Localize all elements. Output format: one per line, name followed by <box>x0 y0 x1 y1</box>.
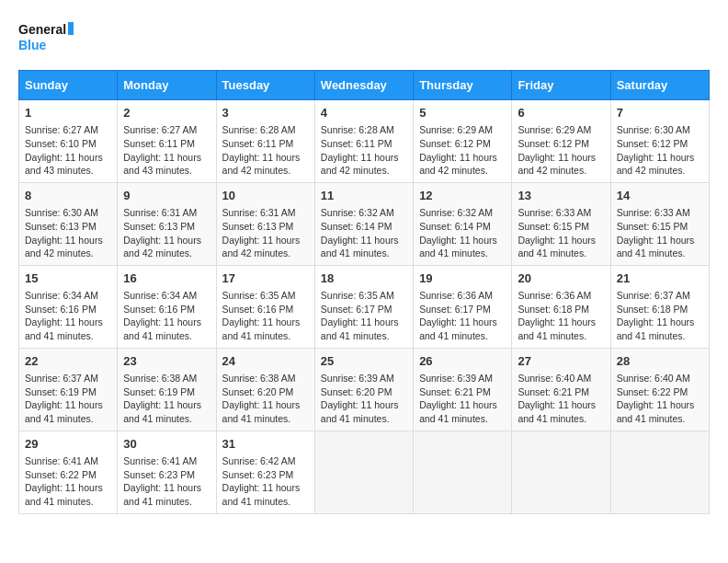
calendar-cell: 10Sunrise: 6:31 AM Sunset: 6:13 PM Dayli… <box>216 182 314 265</box>
day-info: Sunrise: 6:42 AM Sunset: 6:23 PM Dayligh… <box>222 454 309 509</box>
calendar-cell <box>414 431 512 513</box>
svg-text:Blue: Blue <box>18 38 47 52</box>
day-number: 9 <box>123 188 210 204</box>
calendar-cell: 21Sunrise: 6:37 AM Sunset: 6:18 PM Dayli… <box>610 265 709 348</box>
calendar-table: SundayMondayTuesdayWednesdayThursdayFrid… <box>18 70 710 514</box>
calendar-cell: 7Sunrise: 6:30 AM Sunset: 6:12 PM Daylig… <box>610 100 709 183</box>
calendar-cell: 25Sunrise: 6:39 AM Sunset: 6:20 PM Dayli… <box>314 348 413 431</box>
day-info: Sunrise: 6:28 AM Sunset: 6:11 PM Dayligh… <box>321 123 407 178</box>
calendar-cell <box>610 431 709 513</box>
day-number: 30 <box>123 436 210 453</box>
day-number: 21 <box>617 270 703 287</box>
day-info: Sunrise: 6:36 AM Sunset: 6:17 PM Dayligh… <box>419 289 506 343</box>
page-header: General Blue <box>18 18 710 55</box>
calendar-cell: 11Sunrise: 6:32 AM Sunset: 6:14 PM Dayli… <box>314 182 413 265</box>
calendar-cell: 29Sunrise: 6:41 AM Sunset: 6:22 PM Dayli… <box>19 431 118 513</box>
calendar-cell: 12Sunrise: 6:32 AM Sunset: 6:14 PM Dayli… <box>414 182 512 265</box>
calendar-cell: 14Sunrise: 6:33 AM Sunset: 6:15 PM Dayli… <box>610 182 709 265</box>
weekday-header-tuesday: Tuesday <box>216 71 314 100</box>
calendar-cell: 4Sunrise: 6:28 AM Sunset: 6:11 PM Daylig… <box>314 100 413 183</box>
day-info: Sunrise: 6:28 AM Sunset: 6:11 PM Dayligh… <box>222 123 309 178</box>
day-number: 18 <box>321 270 407 287</box>
calendar-cell: 8Sunrise: 6:30 AM Sunset: 6:13 PM Daylig… <box>19 182 118 265</box>
day-info: Sunrise: 6:31 AM Sunset: 6:13 PM Dayligh… <box>123 206 210 260</box>
calendar-cell: 1Sunrise: 6:27 AM Sunset: 6:10 PM Daylig… <box>19 100 118 183</box>
day-info: Sunrise: 6:30 AM Sunset: 6:12 PM Dayligh… <box>617 123 703 178</box>
day-info: Sunrise: 6:29 AM Sunset: 6:12 PM Dayligh… <box>419 123 506 178</box>
weekday-header-sunday: Sunday <box>19 71 118 100</box>
calendar-cell: 26Sunrise: 6:39 AM Sunset: 6:21 PM Dayli… <box>414 348 512 431</box>
day-info: Sunrise: 6:30 AM Sunset: 6:13 PM Dayligh… <box>25 206 111 260</box>
calendar-cell: 2Sunrise: 6:27 AM Sunset: 6:11 PM Daylig… <box>118 100 216 183</box>
day-number: 31 <box>222 436 309 453</box>
calendar-cell: 30Sunrise: 6:41 AM Sunset: 6:23 PM Dayli… <box>118 431 216 513</box>
logo-icon: General Blue <box>18 18 74 55</box>
day-number: 16 <box>123 270 210 287</box>
day-info: Sunrise: 6:27 AM Sunset: 6:11 PM Dayligh… <box>123 123 210 178</box>
weekday-header-wednesday: Wednesday <box>314 71 413 100</box>
calendar-cell: 6Sunrise: 6:29 AM Sunset: 6:12 PM Daylig… <box>512 100 610 183</box>
weekday-header-friday: Friday <box>512 71 610 100</box>
day-number: 22 <box>25 353 111 370</box>
logo: General Blue <box>18 18 74 55</box>
day-info: Sunrise: 6:35 AM Sunset: 6:16 PM Dayligh… <box>222 289 309 343</box>
day-info: Sunrise: 6:31 AM Sunset: 6:13 PM Dayligh… <box>222 206 309 260</box>
day-info: Sunrise: 6:34 AM Sunset: 6:16 PM Dayligh… <box>123 289 210 343</box>
calendar-cell: 17Sunrise: 6:35 AM Sunset: 6:16 PM Dayli… <box>216 265 314 348</box>
calendar-cell: 20Sunrise: 6:36 AM Sunset: 6:18 PM Dayli… <box>512 265 610 348</box>
calendar-cell: 16Sunrise: 6:34 AM Sunset: 6:16 PM Dayli… <box>118 265 216 348</box>
day-number: 2 <box>123 105 210 121</box>
day-info: Sunrise: 6:39 AM Sunset: 6:20 PM Dayligh… <box>321 372 407 426</box>
day-info: Sunrise: 6:41 AM Sunset: 6:22 PM Dayligh… <box>25 454 111 509</box>
day-number: 28 <box>617 353 703 370</box>
day-number: 19 <box>419 270 506 287</box>
weekday-header-thursday: Thursday <box>414 71 512 100</box>
calendar-cell: 19Sunrise: 6:36 AM Sunset: 6:17 PM Dayli… <box>414 265 512 348</box>
calendar-cell: 24Sunrise: 6:38 AM Sunset: 6:20 PM Dayli… <box>216 348 314 431</box>
day-number: 7 <box>617 105 703 121</box>
day-number: 15 <box>25 270 111 287</box>
day-info: Sunrise: 6:33 AM Sunset: 6:15 PM Dayligh… <box>617 206 703 260</box>
day-number: 13 <box>518 188 604 204</box>
calendar-cell: 23Sunrise: 6:38 AM Sunset: 6:19 PM Dayli… <box>118 348 216 431</box>
day-info: Sunrise: 6:37 AM Sunset: 6:18 PM Dayligh… <box>617 289 703 343</box>
weekday-header-saturday: Saturday <box>610 71 709 100</box>
calendar-cell: 22Sunrise: 6:37 AM Sunset: 6:19 PM Dayli… <box>19 348 118 431</box>
day-info: Sunrise: 6:38 AM Sunset: 6:19 PM Dayligh… <box>123 372 210 426</box>
day-info: Sunrise: 6:36 AM Sunset: 6:18 PM Dayligh… <box>518 289 604 343</box>
day-info: Sunrise: 6:29 AM Sunset: 6:12 PM Dayligh… <box>518 123 604 178</box>
day-info: Sunrise: 6:38 AM Sunset: 6:20 PM Dayligh… <box>222 372 309 426</box>
day-info: Sunrise: 6:32 AM Sunset: 6:14 PM Dayligh… <box>321 206 407 260</box>
calendar-cell <box>512 431 610 513</box>
svg-text:General: General <box>18 22 66 37</box>
day-info: Sunrise: 6:41 AM Sunset: 6:23 PM Dayligh… <box>123 454 210 509</box>
calendar-cell: 18Sunrise: 6:35 AM Sunset: 6:17 PM Dayli… <box>314 265 413 348</box>
calendar-cell: 28Sunrise: 6:40 AM Sunset: 6:22 PM Dayli… <box>610 348 709 431</box>
day-number: 29 <box>25 436 111 453</box>
calendar-cell: 3Sunrise: 6:28 AM Sunset: 6:11 PM Daylig… <box>216 100 314 183</box>
calendar-cell: 13Sunrise: 6:33 AM Sunset: 6:15 PM Dayli… <box>512 182 610 265</box>
day-number: 26 <box>419 353 506 370</box>
day-number: 1 <box>25 105 111 121</box>
calendar-cell: 9Sunrise: 6:31 AM Sunset: 6:13 PM Daylig… <box>118 182 216 265</box>
day-number: 24 <box>222 353 309 370</box>
day-info: Sunrise: 6:33 AM Sunset: 6:15 PM Dayligh… <box>518 206 604 260</box>
day-info: Sunrise: 6:40 AM Sunset: 6:22 PM Dayligh… <box>617 372 703 426</box>
day-number: 17 <box>222 270 309 287</box>
day-number: 11 <box>321 188 407 204</box>
day-number: 10 <box>222 188 309 204</box>
day-info: Sunrise: 6:40 AM Sunset: 6:21 PM Dayligh… <box>518 372 604 426</box>
calendar-cell: 31Sunrise: 6:42 AM Sunset: 6:23 PM Dayli… <box>216 431 314 513</box>
day-number: 3 <box>222 105 309 121</box>
day-number: 25 <box>321 353 407 370</box>
day-number: 4 <box>321 105 407 121</box>
day-number: 6 <box>518 105 604 121</box>
day-number: 20 <box>518 270 604 287</box>
calendar-cell: 27Sunrise: 6:40 AM Sunset: 6:21 PM Dayli… <box>512 348 610 431</box>
day-info: Sunrise: 6:35 AM Sunset: 6:17 PM Dayligh… <box>321 289 407 343</box>
calendar-cell: 15Sunrise: 6:34 AM Sunset: 6:16 PM Dayli… <box>19 265 118 348</box>
day-number: 14 <box>617 188 703 204</box>
calendar-cell: 5Sunrise: 6:29 AM Sunset: 6:12 PM Daylig… <box>414 100 512 183</box>
day-number: 5 <box>419 105 506 121</box>
day-number: 12 <box>419 188 506 204</box>
